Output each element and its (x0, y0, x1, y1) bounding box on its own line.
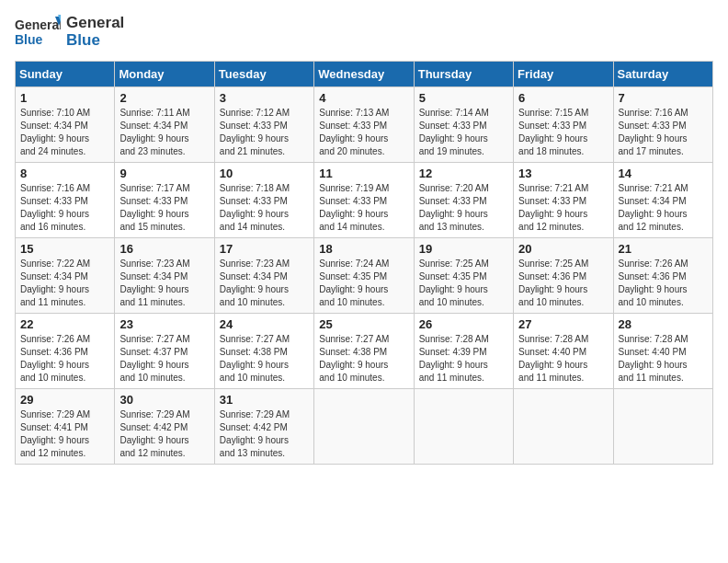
calendar-cell: 5Sunrise: 7:14 AM Sunset: 4:33 PM Daylig… (414, 87, 513, 163)
day-header-wednesday: Wednesday (314, 62, 414, 87)
calendar-cell: 1Sunrise: 7:10 AM Sunset: 4:34 PM Daylig… (16, 87, 115, 163)
calendar-cell (414, 389, 513, 465)
day-number: 7 (619, 91, 708, 105)
page-header: General Blue General Blue (15, 15, 713, 50)
day-number: 1 (20, 91, 109, 105)
day-info: Sunrise: 7:11 AM Sunset: 4:34 PM Dayligh… (119, 107, 209, 158)
day-info: Sunrise: 7:25 AM Sunset: 4:36 PM Dayligh… (518, 258, 608, 309)
calendar-cell: 24Sunrise: 7:27 AM Sunset: 4:38 PM Dayli… (214, 314, 313, 389)
day-number: 2 (119, 91, 209, 105)
day-info: Sunrise: 7:21 AM Sunset: 4:34 PM Dayligh… (619, 182, 708, 234)
day-number: 21 (619, 242, 708, 256)
day-number: 8 (20, 167, 109, 180)
calendar-cell: 7Sunrise: 7:16 AM Sunset: 4:33 PM Daylig… (613, 87, 712, 163)
day-number: 29 (20, 393, 109, 407)
day-number: 27 (518, 317, 608, 331)
day-number: 28 (619, 317, 708, 331)
day-info: Sunrise: 7:14 AM Sunset: 4:33 PM Dayligh… (419, 107, 508, 158)
calendar-cell: 27Sunrise: 7:28 AM Sunset: 4:40 PM Dayli… (514, 314, 613, 389)
calendar-cell: 12Sunrise: 7:20 AM Sunset: 4:33 PM Dayli… (414, 163, 513, 238)
day-header-friday: Friday (514, 62, 613, 87)
calendar-cell: 10Sunrise: 7:18 AM Sunset: 4:33 PM Dayli… (214, 163, 313, 238)
day-info: Sunrise: 7:16 AM Sunset: 4:33 PM Dayligh… (20, 182, 109, 234)
svg-text:General: General (15, 17, 61, 32)
calendar-cell: 11Sunrise: 7:19 AM Sunset: 4:33 PM Dayli… (314, 163, 414, 238)
day-info: Sunrise: 7:17 AM Sunset: 4:33 PM Dayligh… (119, 182, 209, 234)
logo: General Blue General Blue (15, 15, 124, 50)
day-number: 15 (20, 242, 109, 256)
week-row-2: 8Sunrise: 7:16 AM Sunset: 4:33 PM Daylig… (16, 163, 713, 238)
day-number: 20 (518, 242, 608, 256)
day-number: 16 (119, 242, 209, 256)
svg-text:Blue: Blue (15, 32, 43, 47)
day-info: Sunrise: 7:29 AM Sunset: 4:41 PM Dayligh… (20, 408, 109, 460)
calendar-cell: 28Sunrise: 7:28 AM Sunset: 4:40 PM Dayli… (613, 314, 712, 389)
week-row-5: 29Sunrise: 7:29 AM Sunset: 4:41 PM Dayli… (16, 389, 713, 465)
day-info: Sunrise: 7:23 AM Sunset: 4:34 PM Dayligh… (220, 258, 309, 309)
calendar-cell: 20Sunrise: 7:25 AM Sunset: 4:36 PM Dayli… (514, 238, 613, 314)
day-info: Sunrise: 7:10 AM Sunset: 4:34 PM Dayligh… (20, 107, 109, 158)
day-info: Sunrise: 7:12 AM Sunset: 4:33 PM Dayligh… (220, 107, 309, 158)
day-info: Sunrise: 7:25 AM Sunset: 4:35 PM Dayligh… (419, 258, 508, 309)
day-number: 19 (419, 242, 508, 256)
logo-general-text: General (66, 15, 124, 32)
calendar-cell: 25Sunrise: 7:27 AM Sunset: 4:38 PM Dayli… (314, 314, 414, 389)
calendar-cell: 18Sunrise: 7:24 AM Sunset: 4:35 PM Dayli… (314, 238, 414, 314)
day-info: Sunrise: 7:27 AM Sunset: 4:38 PM Dayligh… (220, 333, 309, 385)
day-info: Sunrise: 7:22 AM Sunset: 4:34 PM Dayligh… (20, 258, 109, 309)
day-info: Sunrise: 7:26 AM Sunset: 4:36 PM Dayligh… (20, 333, 109, 385)
calendar-cell: 22Sunrise: 7:26 AM Sunset: 4:36 PM Dayli… (16, 314, 115, 389)
day-number: 17 (220, 242, 309, 256)
day-number: 22 (20, 317, 109, 331)
day-info: Sunrise: 7:27 AM Sunset: 4:37 PM Dayligh… (119, 333, 209, 385)
day-info: Sunrise: 7:29 AM Sunset: 4:42 PM Dayligh… (220, 408, 309, 460)
day-info: Sunrise: 7:19 AM Sunset: 4:33 PM Dayligh… (319, 182, 408, 234)
day-info: Sunrise: 7:13 AM Sunset: 4:33 PM Dayligh… (319, 107, 408, 158)
calendar-cell: 6Sunrise: 7:15 AM Sunset: 4:33 PM Daylig… (514, 87, 613, 163)
calendar-cell: 4Sunrise: 7:13 AM Sunset: 4:33 PM Daylig… (314, 87, 414, 163)
day-number: 6 (518, 91, 608, 105)
calendar-cell: 14Sunrise: 7:21 AM Sunset: 4:34 PM Dayli… (613, 163, 712, 238)
day-info: Sunrise: 7:26 AM Sunset: 4:36 PM Dayligh… (619, 258, 708, 309)
calendar-cell: 30Sunrise: 7:29 AM Sunset: 4:42 PM Dayli… (115, 389, 214, 465)
day-number: 30 (119, 393, 209, 407)
day-number: 9 (119, 167, 209, 180)
day-number: 14 (619, 167, 708, 180)
day-info: Sunrise: 7:24 AM Sunset: 4:35 PM Dayligh… (319, 258, 408, 309)
day-info: Sunrise: 7:21 AM Sunset: 4:33 PM Dayligh… (518, 182, 608, 234)
calendar-cell: 23Sunrise: 7:27 AM Sunset: 4:37 PM Dayli… (115, 314, 214, 389)
calendar-cell: 3Sunrise: 7:12 AM Sunset: 4:33 PM Daylig… (214, 87, 313, 163)
day-number: 12 (419, 167, 508, 180)
week-row-3: 15Sunrise: 7:22 AM Sunset: 4:34 PM Dayli… (16, 238, 713, 314)
day-info: Sunrise: 7:20 AM Sunset: 4:33 PM Dayligh… (419, 182, 508, 234)
day-number: 3 (220, 91, 309, 105)
calendar-cell: 9Sunrise: 7:17 AM Sunset: 4:33 PM Daylig… (115, 163, 214, 238)
calendar-cell: 19Sunrise: 7:25 AM Sunset: 4:35 PM Dayli… (414, 238, 513, 314)
day-info: Sunrise: 7:15 AM Sunset: 4:33 PM Dayligh… (518, 107, 608, 158)
day-header-sunday: Sunday (16, 62, 115, 87)
day-info: Sunrise: 7:28 AM Sunset: 4:39 PM Dayligh… (419, 333, 508, 385)
calendar-cell (613, 389, 712, 465)
day-number: 18 (319, 242, 408, 256)
week-row-4: 22Sunrise: 7:26 AM Sunset: 4:36 PM Dayli… (16, 314, 713, 389)
calendar-cell: 2Sunrise: 7:11 AM Sunset: 4:34 PM Daylig… (115, 87, 214, 163)
day-info: Sunrise: 7:18 AM Sunset: 4:33 PM Dayligh… (220, 182, 309, 234)
calendar-cell: 8Sunrise: 7:16 AM Sunset: 4:33 PM Daylig… (16, 163, 115, 238)
logo-blue-text: Blue (66, 32, 124, 50)
calendar-cell: 26Sunrise: 7:28 AM Sunset: 4:39 PM Dayli… (414, 314, 513, 389)
day-header-monday: Monday (115, 62, 214, 87)
week-row-1: 1Sunrise: 7:10 AM Sunset: 4:34 PM Daylig… (16, 87, 713, 163)
calendar-table: SundayMondayTuesdayWednesdayThursdayFrid… (15, 61, 713, 465)
day-header-saturday: Saturday (613, 62, 712, 87)
day-info: Sunrise: 7:27 AM Sunset: 4:38 PM Dayligh… (319, 333, 408, 385)
day-header-thursday: Thursday (414, 62, 513, 87)
day-header-tuesday: Tuesday (214, 62, 313, 87)
calendar-cell (314, 389, 414, 465)
day-info: Sunrise: 7:28 AM Sunset: 4:40 PM Dayligh… (518, 333, 608, 385)
calendar-cell: 31Sunrise: 7:29 AM Sunset: 4:42 PM Dayli… (214, 389, 313, 465)
day-number: 26 (419, 317, 508, 331)
day-number: 5 (419, 91, 508, 105)
calendar-cell: 15Sunrise: 7:22 AM Sunset: 4:34 PM Dayli… (16, 238, 115, 314)
day-number: 13 (518, 167, 608, 180)
day-number: 24 (220, 317, 309, 331)
